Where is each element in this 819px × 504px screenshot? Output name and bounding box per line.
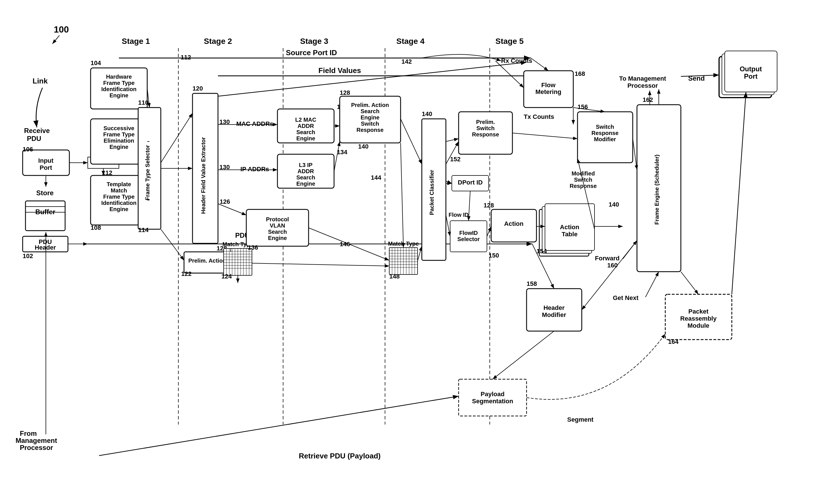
svg-text:Metering: Metering	[535, 88, 561, 95]
ref-114: 114	[138, 226, 149, 233]
action-label: Action	[504, 220, 524, 227]
hardware-frame-label: Hardware	[106, 74, 132, 80]
ref-108: 108	[91, 224, 101, 231]
ref-140a: 140	[358, 143, 368, 150]
from-mgmt-label: From	[20, 430, 37, 437]
ref-136: 136	[248, 244, 258, 251]
svg-text:Engine: Engine	[296, 181, 315, 187]
svg-text:Engine: Engine	[110, 206, 128, 212]
svg-text:Search: Search	[268, 229, 287, 235]
buffer-label: Buffer	[35, 208, 55, 216]
flow-id-label: Flow ID	[449, 212, 469, 218]
stage1-label: Stage 1	[122, 37, 150, 46]
svg-text:ADDR: ADDR	[297, 123, 314, 129]
svg-text:Segmentation: Segmentation	[472, 398, 513, 405]
svg-rect-15	[25, 201, 65, 231]
ref-146: 146	[340, 241, 350, 248]
svg-text:VLAN: VLAN	[270, 222, 285, 229]
svg-text:Engine: Engine	[110, 144, 128, 150]
svg-text:Header: Header	[35, 244, 56, 251]
svg-text:Engine: Engine	[361, 114, 379, 121]
ref-124: 124	[221, 273, 232, 280]
svg-text:Switch: Switch	[477, 125, 495, 131]
svg-text:Modifier: Modifier	[594, 136, 616, 142]
ref-150: 150	[489, 252, 499, 259]
ref-152: 152	[450, 156, 461, 163]
svg-text:Processor: Processor	[20, 444, 53, 451]
flow-metering-label: Flow	[541, 82, 556, 89]
svg-text:Response: Response	[570, 183, 597, 189]
svg-text:PDU: PDU	[27, 135, 41, 142]
diagram-container: 100 Stage 1 Stage 2 Stage 3 Stage 4 Stag…	[0, 0, 819, 504]
ref-126: 126	[220, 198, 230, 205]
mac-addrs-label: MAC ADDRs	[236, 120, 273, 127]
prelim-action-label: Prelim. Action	[188, 258, 226, 264]
template-match-label: Template	[107, 181, 131, 187]
svg-text:Search: Search	[361, 108, 379, 114]
receive-pdu-label: Receive	[24, 127, 50, 134]
ref-110: 110	[138, 99, 149, 106]
output-port-label: Output	[740, 65, 762, 73]
modified-switch-response-label: Modified	[572, 170, 595, 177]
protocol-vlan-label: Protocol	[266, 216, 289, 222]
svg-text:Module: Module	[688, 322, 709, 329]
segment-label: Segment	[567, 416, 594, 423]
svg-text:Table: Table	[562, 231, 578, 238]
retrieve-pdu-label: Retrieve PDU (Payload)	[299, 452, 381, 460]
svg-text:Search: Search	[296, 129, 315, 135]
svg-text:Elimination: Elimination	[104, 138, 134, 144]
ref-162: 162	[643, 96, 653, 103]
ref-154: 154	[537, 248, 547, 255]
svg-text:Match: Match	[111, 187, 127, 194]
ref-142: 142	[401, 58, 412, 65]
l2-mac-label: L2 MAC	[295, 117, 316, 123]
ref-160: 160	[607, 262, 618, 269]
svg-text:Response: Response	[591, 130, 619, 136]
ref-106: 106	[23, 146, 33, 153]
successive-frame-label: Successive	[104, 125, 134, 131]
frame-type-selector-label: Frame Type Selector	[144, 145, 151, 200]
ip-addrs-label: IP ADDRs	[240, 166, 269, 173]
svg-text:Frame Type: Frame Type	[103, 194, 135, 200]
svg-text:Processor: Processor	[627, 82, 658, 89]
ref-102: 102	[23, 252, 33, 259]
svg-text:Port: Port	[744, 72, 758, 80]
svg-text:Switch: Switch	[361, 121, 379, 127]
svg-text:Selector: Selector	[458, 236, 480, 242]
ref-158: 158	[527, 280, 537, 287]
prelim-action-search-label: Prelim. Action	[351, 102, 389, 108]
header-modifier-label: Header	[544, 304, 565, 311]
to-mgmt-label: To Management	[619, 75, 666, 82]
header-field-extractor-label: Header Field Value Extractor	[200, 137, 206, 214]
stage3-label: Stage 3	[300, 37, 328, 46]
ref-128b: 128	[340, 89, 350, 96]
tx-counts-label: Tx Counts	[524, 113, 554, 120]
svg-text:Management: Management	[16, 437, 57, 444]
ref-148: 148	[389, 273, 400, 280]
store-label: Store	[36, 189, 53, 197]
svg-text:Identification: Identification	[101, 200, 136, 206]
ref-144: 144	[371, 174, 381, 181]
stage5-label: Stage 5	[496, 37, 524, 46]
ref-120: 120	[192, 85, 203, 92]
svg-text:Search: Search	[296, 174, 315, 181]
forward-label: Forward	[595, 255, 620, 262]
flow-id-selector-label: FlowID	[459, 230, 478, 236]
get-next-label: Get Next	[613, 294, 639, 301]
ref-112b: 112	[181, 54, 191, 61]
ref-128c: 128	[484, 202, 494, 209]
frame-engine-label: Frame Engine (Scheduler)	[654, 155, 660, 225]
svg-text:Engine: Engine	[268, 235, 287, 241]
stage4-label: Stage 4	[396, 37, 425, 46]
svg-text:Frame Type: Frame Type	[103, 131, 135, 138]
packet-reassembly-label: Packet	[689, 308, 709, 315]
svg-text:Modifier: Modifier	[542, 311, 566, 318]
svg-text:Engine: Engine	[296, 135, 315, 141]
svg-text:ADDR: ADDR	[297, 168, 314, 174]
field-values-label: Field Values	[318, 66, 361, 75]
svg-text:Reassembly: Reassembly	[680, 315, 717, 322]
packet-classifier-label: Packet Classifier	[429, 170, 435, 215]
l3-ip-label: L3 IP	[299, 162, 312, 168]
source-port-id-label: Source Port ID	[286, 48, 337, 57]
svg-text:Frame Type: Frame Type	[103, 80, 135, 86]
